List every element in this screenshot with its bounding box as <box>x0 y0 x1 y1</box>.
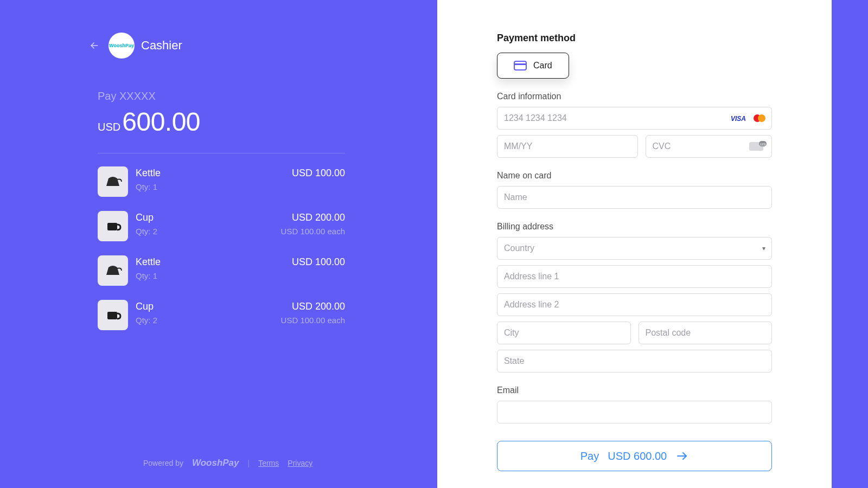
item-qty: Qty: 2 <box>136 227 273 236</box>
line-items: KettleQty: 1USD 100.00CupQty: 2USD 200.0… <box>98 153 345 330</box>
item-price: USD 200.00 <box>281 212 345 223</box>
country-select-value: Country <box>504 243 534 253</box>
email-input[interactable] <box>497 401 772 423</box>
item-qty: Qty: 1 <box>136 271 284 280</box>
total-amount: 600.00 <box>122 107 200 137</box>
line-item: CupQty: 2USD 200.00USD 100.00 each <box>98 211 345 241</box>
country-select[interactable]: Country <box>497 237 772 260</box>
svg-rect-4 <box>514 63 526 65</box>
item-qty: Qty: 2 <box>136 316 273 325</box>
visa-icon: VISA <box>731 114 749 122</box>
address-line1-input[interactable] <box>497 265 772 288</box>
method-card-button[interactable]: Card <box>497 53 569 79</box>
postal-code-input[interactable] <box>639 322 773 344</box>
item-name: Cup <box>136 212 273 223</box>
state-input[interactable] <box>497 350 772 373</box>
item-each: USD 100.00 each <box>281 227 345 236</box>
terms-link[interactable]: Terms <box>258 459 279 467</box>
address-line2-input[interactable] <box>497 293 772 316</box>
brand-logo: WooshPay <box>108 33 135 59</box>
card-icon <box>514 61 527 70</box>
item-price: USD 200.00 <box>281 301 345 312</box>
brand-logo-text: WooshPay <box>109 43 134 48</box>
footer-separator: | <box>248 459 250 467</box>
city-input[interactable] <box>497 322 631 344</box>
pay-button-prefix: Pay <box>580 450 599 463</box>
arrow-right-icon <box>675 450 688 463</box>
item-thumb <box>98 255 128 286</box>
method-card-label: Card <box>533 61 552 70</box>
card-brand-icons: VISA <box>731 114 767 123</box>
email-label: Email <box>497 386 772 395</box>
name-on-card-label: Name on card <box>497 171 772 181</box>
amount-line: USD 600.00 <box>98 107 345 137</box>
summary-panel: WooshPay Cashier Pay XXXXX USD 600.00 Ke… <box>0 0 437 488</box>
item-name: Kettle <box>136 256 284 268</box>
item-thumb <box>98 211 128 241</box>
item-thumb <box>98 166 128 197</box>
brand-name: Cashier <box>141 38 182 53</box>
item-price: USD 100.00 <box>292 168 345 179</box>
mastercard-icon <box>752 114 767 123</box>
pay-label: Pay XXXXX <box>98 90 345 102</box>
pay-button[interactable]: Pay USD 600.00 <box>497 441 772 471</box>
payment-panel: Payment method Card Card information VIS… <box>437 0 832 488</box>
name-on-card-input[interactable] <box>497 186 772 209</box>
powered-by-label: Powered by <box>143 459 183 467</box>
payment-method-heading: Payment method <box>497 33 772 44</box>
card-expiry-input[interactable] <box>497 135 638 158</box>
svg-text:123: 123 <box>760 143 766 146</box>
svg-rect-3 <box>514 61 526 70</box>
card-info-label: Card information <box>497 92 772 101</box>
billing-address-label: Billing address <box>497 222 772 232</box>
svg-rect-2 <box>107 312 117 319</box>
brand-row: WooshPay Cashier <box>89 33 383 59</box>
svg-point-7 <box>758 114 765 122</box>
line-item: CupQty: 2USD 200.00USD 100.00 each <box>98 300 345 330</box>
item-each: USD 100.00 each <box>281 316 345 325</box>
cvc-hint-icon: 123 <box>749 141 767 152</box>
svg-text:VISA: VISA <box>731 115 746 122</box>
item-name: Cup <box>136 301 273 312</box>
right-gutter <box>832 0 868 488</box>
powered-brand: WooshPay <box>192 458 239 468</box>
privacy-link[interactable]: Privacy <box>288 459 312 467</box>
item-price: USD 100.00 <box>292 256 345 268</box>
pay-button-amount: USD 600.00 <box>608 450 667 463</box>
currency-label: USD <box>98 121 120 133</box>
item-name: Kettle <box>136 168 284 179</box>
back-arrow-icon[interactable] <box>89 40 100 51</box>
item-qty: Qty: 1 <box>136 182 284 191</box>
svg-rect-1 <box>107 223 117 230</box>
order-summary: Pay XXXXX USD 600.00 KettleQty: 1USD 100… <box>98 90 345 330</box>
item-thumb <box>98 300 128 330</box>
footer: Powered by WooshPay | Terms Privacy <box>89 458 383 468</box>
line-item: KettleQty: 1USD 100.00 <box>98 166 345 197</box>
line-item: KettleQty: 1USD 100.00 <box>98 255 345 286</box>
